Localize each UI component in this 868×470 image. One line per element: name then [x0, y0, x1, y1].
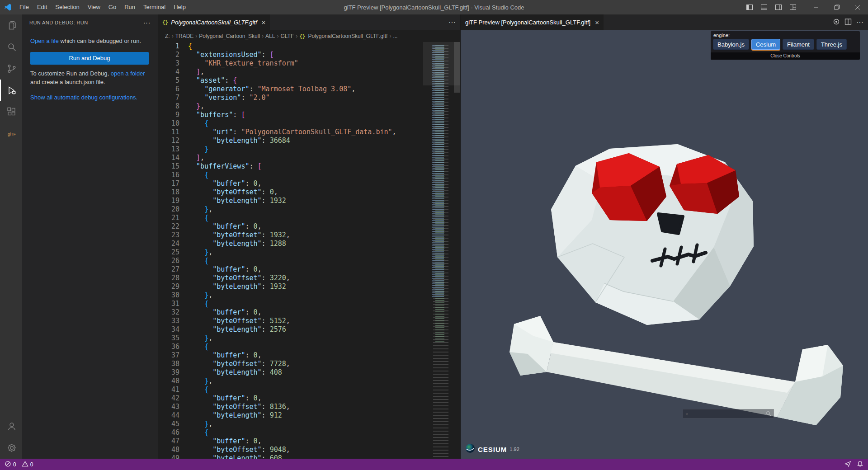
- menu-edit[interactable]: Edit: [33, 0, 51, 14]
- menu-terminal[interactable]: Terminal: [139, 0, 170, 14]
- split-editor-icon[interactable]: [844, 18, 852, 27]
- code-line[interactable]: "buffer": 0,: [188, 308, 429, 317]
- code-line[interactable]: ],: [188, 68, 429, 76]
- code-line[interactable]: "byteOffset": 7728,: [188, 360, 429, 368]
- open-folder-link[interactable]: open a folder: [111, 70, 145, 77]
- code-line[interactable]: "version": "2.0": [188, 94, 429, 102]
- code-line[interactable]: {: [188, 300, 429, 308]
- gltf-tools-icon[interactable]: glTF: [0, 123, 22, 145]
- menu-selection[interactable]: Selection: [51, 0, 83, 14]
- code-line[interactable]: "byteLength": 1932: [188, 282, 429, 291]
- code-line[interactable]: "byteOffset": 1932,: [188, 231, 429, 240]
- code-line[interactable]: }: [188, 145, 429, 154]
- code-line[interactable]: {: [188, 343, 429, 351]
- vertical-scrollbar[interactable]: [454, 42, 460, 93]
- code-line[interactable]: {: [188, 171, 429, 179]
- tab-gltf-file[interactable]: {} PolygonalCartoonSkull_GLTF.gltf ×: [158, 14, 270, 30]
- close-window-button[interactable]: [847, 0, 868, 14]
- code-line[interactable]: "buffer": 0,: [188, 265, 429, 274]
- sidebar-more-actions-icon[interactable]: ···: [143, 19, 151, 26]
- customize-layout-icon[interactable]: [787, 1, 799, 14]
- code-line[interactable]: },: [188, 420, 429, 428]
- breadcrumb-item[interactable]: TRADE: [175, 33, 194, 39]
- toggle-sidebar-icon[interactable]: [743, 1, 756, 14]
- minimize-button[interactable]: [806, 0, 826, 14]
- engine-button-cesium[interactable]: Cesium: [751, 39, 780, 50]
- notifications-bell-icon[interactable]: [857, 461, 863, 469]
- code-line[interactable]: {: [188, 428, 429, 437]
- code-line[interactable]: "buffer": 0,: [188, 222, 429, 231]
- code-line[interactable]: {: [188, 214, 429, 222]
- editor-more-actions-icon[interactable]: ···: [448, 19, 456, 27]
- toggle-secondary-sidebar-icon[interactable]: [772, 1, 785, 14]
- code-line[interactable]: },: [188, 248, 429, 257]
- code-line[interactable]: "byteOffset": 3220,: [188, 274, 429, 282]
- explorer-icon[interactable]: [0, 14, 22, 36]
- preview-options-icon[interactable]: [833, 18, 840, 27]
- toggle-panel-icon[interactable]: [758, 1, 770, 14]
- breadcrumb-item[interactable]: ...: [393, 33, 397, 39]
- breadcrumb-item[interactable]: {}PolygonalCartoonSkull_GLTF.gltf: [299, 33, 387, 39]
- breadcrumb-item[interactable]: Polygonal_Cartoon_Skull: [199, 33, 260, 39]
- gltf-preview-viewport[interactable]: engine: Babylon.jsCesiumFilamentThree.js…: [461, 30, 868, 459]
- feedback-icon[interactable]: [844, 461, 851, 469]
- code-line[interactable]: "byteOffset": 8136,: [188, 403, 429, 411]
- code-line[interactable]: "byteOffset": 9048,: [188, 446, 429, 454]
- engine-button-filament[interactable]: Filament: [783, 39, 814, 50]
- code-line[interactable]: },: [188, 377, 429, 385]
- code-line[interactable]: },: [188, 291, 429, 300]
- code-line[interactable]: "generator": "Marmoset Toolbag 3.08",: [188, 85, 429, 94]
- geocoder-clear-icon[interactable]: ×: [685, 411, 688, 417]
- engine-button-threejs[interactable]: Three.js: [816, 39, 847, 50]
- code-line[interactable]: "byteLength": 408: [188, 368, 429, 377]
- code-line[interactable]: "byteOffset": 5152,: [188, 317, 429, 325]
- breadcrumb-item[interactable]: ALL: [265, 33, 275, 39]
- code-line[interactable]: "byteOffset": 0,: [188, 188, 429, 197]
- code-line[interactable]: "bufferViews": [: [188, 162, 429, 171]
- code-line[interactable]: "byteLength": 608: [188, 454, 429, 459]
- code-line[interactable]: "buffer": 0,: [188, 179, 429, 188]
- cesium-credit[interactable]: CESIUM 1.92: [465, 443, 519, 455]
- settings-gear-icon[interactable]: [0, 437, 22, 459]
- code-line[interactable]: {: [188, 257, 429, 265]
- breadcrumb-item[interactable]: GLTF: [280, 33, 294, 39]
- problems-indicator[interactable]: 0 0: [5, 461, 37, 469]
- open-file-link[interactable]: Open a file: [30, 38, 59, 44]
- code-line[interactable]: "buffer": 0,: [188, 394, 429, 403]
- code-line[interactable]: "byteLength": 36684: [188, 136, 429, 145]
- code-line[interactable]: "byteLength": 1932: [188, 197, 429, 205]
- code-line[interactable]: "KHR_texture_transform": [188, 59, 429, 68]
- code-line[interactable]: {: [188, 42, 429, 51]
- minimap[interactable]: [429, 42, 454, 459]
- run-and-debug-icon[interactable]: [0, 80, 22, 101]
- menu-run[interactable]: Run: [120, 0, 139, 14]
- engine-button-babylonjs[interactable]: Babylon.js: [713, 39, 749, 50]
- close-controls-button[interactable]: Close Controls: [711, 52, 860, 60]
- menu-file[interactable]: File: [15, 0, 33, 14]
- code-line[interactable]: "byteLength": 912: [188, 411, 429, 420]
- tab-gltf-preview[interactable]: glTF Preview [PolygonalCartoonSkull_GLTF…: [461, 14, 604, 30]
- code-line[interactable]: "buffer": 0,: [188, 437, 429, 446]
- code-line[interactable]: {: [188, 385, 429, 394]
- close-preview-tab-icon[interactable]: ×: [595, 19, 599, 26]
- breadcrumb-item[interactable]: Z:: [165, 33, 170, 39]
- code-line[interactable]: "uri": "PolygonalCartoonSkull_GLTF_data.…: [188, 128, 429, 136]
- code-line[interactable]: ],: [188, 154, 429, 162]
- run-and-debug-button[interactable]: Run and Debug: [30, 52, 149, 65]
- show-all-configs-link[interactable]: Show all automatic debug configurations.: [30, 94, 137, 101]
- menu-view[interactable]: View: [84, 0, 104, 14]
- code-line[interactable]: "byteLength": 2576: [188, 325, 429, 334]
- code-line[interactable]: },: [188, 205, 429, 214]
- code-line[interactable]: },: [188, 334, 429, 343]
- code-line[interactable]: "buffers": [: [188, 111, 429, 119]
- code-line[interactable]: "extensionsUsed": [: [188, 51, 429, 59]
- code-line[interactable]: },: [188, 102, 429, 111]
- code-line[interactable]: "byteLength": 1288: [188, 240, 429, 248]
- source-control-icon[interactable]: [0, 58, 22, 80]
- restore-button[interactable]: [826, 0, 847, 14]
- extensions-icon[interactable]: [0, 101, 22, 123]
- geocoder-search-icon[interactable]: [766, 411, 771, 417]
- code-editor[interactable]: 1234567891011121314151617181920212223242…: [158, 42, 460, 459]
- search-icon[interactable]: [0, 36, 22, 58]
- menu-go[interactable]: Go: [104, 0, 120, 14]
